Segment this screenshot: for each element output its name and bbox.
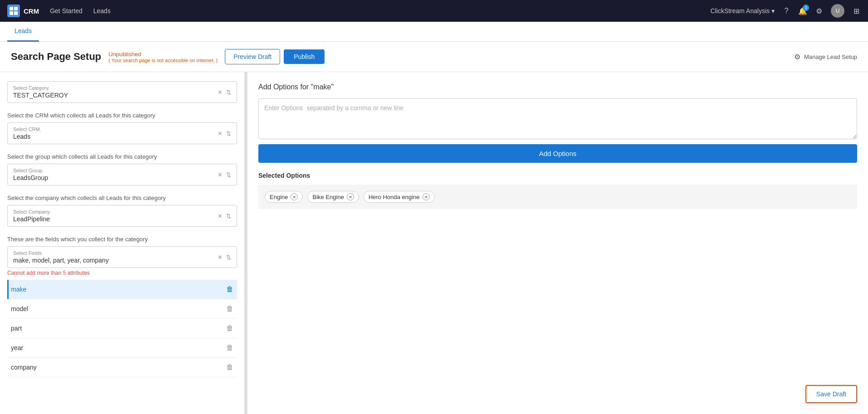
error-message: Cannot add more than 5 attributes [7,270,237,276]
field-item-company[interactable]: company 🗑 [7,358,237,377]
breadcrumb-bar: Leads [0,22,868,42]
nav-get-started[interactable]: Get Started [50,7,82,15]
left-panel: Select Category. TEST_CATGEROY ✕ ⇅ Selec… [0,72,245,414]
notification-bell[interactable]: 🔔 3 [798,6,807,15]
topnav-logo: CRM [7,5,39,17]
field-name-make: make [11,286,26,293]
logo-text: CRM [24,7,39,15]
category-clear-icon[interactable]: ✕ [218,89,223,96]
svg-rect-2 [10,11,13,15]
field-item-make[interactable]: make 🗑 [7,280,237,299]
option-chip: Engine ✕ [265,191,303,203]
fields-value: make, model, part, year, company [13,257,109,264]
selected-options-section: Selected Options Engine ✕ Bike Engine ✕ … [258,172,857,209]
fields-controls: ✕ ⇅ [218,254,231,261]
main-layout: Select Category. TEST_CATGEROY ✕ ⇅ Selec… [0,72,868,414]
crm-label: Select CRM. [13,127,41,132]
fields-section: These are the fields which you collect f… [7,236,237,377]
field-item-model[interactable]: model 🗑 [7,299,237,319]
page-header: Search Page Setup Unpublished ( Your sea… [0,42,868,72]
selected-options-title: Selected Options [258,172,857,179]
field-name-part: part [11,325,22,332]
chip-label: Bike Engine [312,194,344,200]
grid-icon[interactable]: ⊞ [852,6,861,15]
unpublished-sub: ( Your search page is not accessible on … [108,58,218,63]
preview-draft-button[interactable]: Preview Draft [225,49,280,64]
delete-icon-part[interactable]: 🗑 [226,324,233,332]
option-chip: Bike Engine ✕ [307,191,359,203]
manage-lead-setup[interactable]: ⚙ Manage Lead Setup [794,53,857,61]
notification-badge: 3 [803,5,809,11]
manage-lead-label: Manage Lead Setup [804,54,857,60]
crm-clear-icon[interactable]: ✕ [218,130,223,137]
delete-icon-make[interactable]: 🗑 [226,285,233,293]
unpublished-badge: Unpublished ( Your search page is not ac… [108,51,218,63]
topnav-right: ClickStream Analysis ▾ ? 🔔 3 ⚙ U ⊞ [710,4,861,18]
right-panel-title: Add Options for "make" [258,83,857,91]
chevron-down-icon: ▾ [771,7,775,15]
field-name-model: model [11,305,28,312]
group-section-text: Select the group which collects all Lead… [7,153,237,160]
company-controls: ✕ ⇅ [218,213,231,219]
crm-section-text: Select the CRM which collects all Leads … [7,112,237,119]
field-item-year[interactable]: year 🗑 [7,338,237,358]
breadcrumb-tab-leads[interactable]: Leads [7,22,39,42]
nav-leads[interactable]: Leads [93,7,111,15]
topnav: CRM Get Started Leads ClickStream Analys… [0,0,868,22]
delete-icon-company[interactable]: 🗑 [226,363,233,371]
company-value: LeadPipeline [13,215,51,223]
field-name-year: year [11,344,23,351]
field-item-part[interactable]: part 🗑 [7,319,237,338]
avatar[interactable]: U [831,4,844,18]
fields-select[interactable]: Select Fields make, model, part, year, c… [7,246,237,268]
category-sort-icon[interactable]: ⇅ [226,89,231,96]
right-panel: Add Options for "make" Add Options Selec… [247,72,868,414]
settings-icon[interactable]: ⚙ [815,6,824,15]
publish-button[interactable]: Publish [284,49,325,64]
category-controls: ✕ ⇅ [218,89,231,96]
chip-remove-icon[interactable]: ✕ [291,193,298,200]
category-label: Select Category. [13,85,68,91]
options-textarea[interactable] [258,98,857,139]
save-draft-button[interactable]: Save Draft [805,385,857,403]
nav-clickstream[interactable]: ClickStream Analysis ▾ [710,7,775,15]
fields-clear-icon[interactable]: ✕ [218,254,223,261]
company-select[interactable]: Select Company. LeadPipeline ✕ ⇅ [7,205,237,227]
field-name-company: company [11,364,37,371]
company-clear-icon[interactable]: ✕ [218,213,223,219]
group-select[interactable]: Select Group. LeadsGroup ✕ ⇅ [7,164,237,185]
selected-options-box: Engine ✕ Bike Engine ✕ Hero Honda engine… [258,185,857,209]
chip-label: Engine [270,194,288,200]
crm-sort-icon[interactable]: ⇅ [226,130,231,137]
header-buttons: Preview Draft Publish [225,49,325,64]
option-chip: Hero Honda engine ✕ [364,191,435,203]
group-clear-icon[interactable]: ✕ [218,171,223,178]
crm-select[interactable]: Select CRM. Leads ✕ ⇅ [7,122,237,144]
group-sort-icon[interactable]: ⇅ [226,171,231,178]
help-icon[interactable]: ? [782,6,791,15]
unpublished-label: Unpublished [108,51,218,58]
svg-rect-3 [14,11,18,15]
manage-gear-icon: ⚙ [794,53,800,61]
page-header-left: Search Page Setup Unpublished ( Your sea… [11,49,325,64]
field-list: make 🗑 model 🗑 part 🗑 year 🗑 company 🗑 [7,280,237,377]
fields-sort-icon[interactable]: ⇅ [226,254,231,261]
add-options-button[interactable]: Add Options [258,144,857,163]
chip-remove-icon[interactable]: ✕ [422,193,430,200]
category-section: Select Category. TEST_CATGEROY ✕ ⇅ [7,81,237,103]
topnav-left: CRM Get Started Leads [7,5,111,17]
page-title: Search Page Setup [11,51,101,63]
crm-value: Leads [13,133,41,140]
delete-icon-year[interactable]: 🗑 [226,344,233,352]
group-controls: ✕ ⇅ [218,171,231,178]
company-section: Select the company which collects all Le… [7,195,237,227]
chip-remove-icon[interactable]: ✕ [347,193,354,200]
category-value: TEST_CATGEROY [13,92,68,99]
fields-label: Select Fields [13,250,109,256]
category-select[interactable]: Select Category. TEST_CATGEROY ✕ ⇅ [7,81,237,103]
company-label: Select Company. [13,209,51,214]
group-value: LeadsGroup [13,174,48,181]
company-sort-icon[interactable]: ⇅ [226,213,231,219]
delete-icon-model[interactable]: 🗑 [226,305,233,313]
svg-rect-1 [14,7,18,10]
